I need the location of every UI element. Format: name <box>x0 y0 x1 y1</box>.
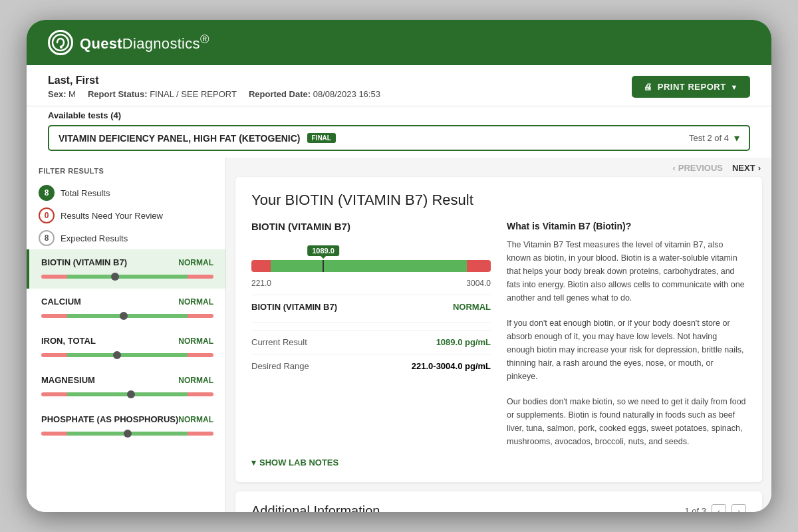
chart-bar: 1089.0 <box>251 260 491 272</box>
available-tests-label: Available tests (4) <box>48 110 750 120</box>
iron-bar <box>41 351 213 359</box>
biotin-status: NORMAL <box>178 258 213 267</box>
patient-name: Last, First <box>48 74 380 86</box>
result-right-panel: What is Vitamin B7 (Biotin)? The Vitamin… <box>507 221 746 448</box>
test-nav-right: Test 2 of 4 ▾ <box>689 132 739 144</box>
sidebar-item-magnesium[interactable]: MAGNESIUM NORMAL <box>27 367 225 406</box>
what-is-paragraph-3: Our bodies don't make biotin, so we need… <box>507 395 746 448</box>
expected-results-label: Expected Results <box>61 233 128 243</box>
analyte-name: BIOTIN (VITAMIN B7) <box>251 221 491 232</box>
chevron-down-icon: ▼ <box>731 83 738 91</box>
test-selector-left: VITAMIN DEFICIENCY PANEL, HIGH FAT (KETO… <box>59 133 336 144</box>
iron-name: Iron, Total <box>41 336 96 346</box>
page-next-button[interactable]: › <box>732 504 746 513</box>
chevron-down-icon: ▾ <box>734 132 739 144</box>
calcium-bar <box>41 312 213 320</box>
phosphate-name: PHOSPHATE (AS PHOSPHORUS) <box>41 414 178 424</box>
additional-info-title: Additional Information <box>251 503 380 512</box>
header: QuestDiagnostics® <box>27 20 771 65</box>
current-result-value: 1089.0 pg/mL <box>436 337 491 347</box>
magnesium-bar <box>41 390 213 398</box>
sidebar-item-biotin[interactable]: BIOTIN (VITAMIN B7) NORMAL <box>27 249 225 289</box>
analyte-status-value: NORMAL <box>453 302 491 312</box>
calcium-indicator <box>120 312 128 320</box>
biotin-bar <box>41 273 213 281</box>
iron-row: Iron, Total NORMAL <box>41 336 213 346</box>
page-nav: 1 of 3 ‹ › <box>684 504 746 513</box>
chart-indicator <box>323 260 324 272</box>
current-result-label: Current Result <box>251 337 307 347</box>
total-results-label: Total Results <box>61 188 110 198</box>
final-badge: FINAL <box>307 133 336 143</box>
review-results-label: Results Need Your Review <box>61 211 163 221</box>
biotin-name: BIOTIN (VITAMIN B7) <box>41 257 127 267</box>
result-chart: 1089.0 <box>251 241 491 272</box>
additional-info-card: Additional Information 1 of 3 ‹ › <box>235 491 762 512</box>
main-area: FILTER RESULTS 8 Total Results 0 Results… <box>27 158 771 512</box>
previous-button[interactable]: ‹ PREVIOUS <box>672 163 723 173</box>
phosphate-row: PHOSPHATE (AS PHOSPHORUS) NORMAL <box>41 414 213 424</box>
biotin-indicator <box>111 273 119 281</box>
result-card-title: Your BIOTIN (VITAMIN B7) Result <box>251 192 746 209</box>
reported-date-field: Reported Date: 08/08/2023 16:53 <box>249 89 380 99</box>
page-label: 1 of 3 <box>684 506 706 512</box>
filter-label: FILTER RESULTS <box>27 167 225 182</box>
test-position: Test 2 of 4 <box>689 133 729 143</box>
magnesium-name: MAGNESIUM <box>41 375 95 385</box>
what-is-title: What is Vitamin B7 (Biotin)? <box>507 221 746 231</box>
chevron-left-icon: ‹ <box>672 163 675 173</box>
logo-area: QuestDiagnostics® <box>48 30 209 55</box>
expected-results-badge: 8 <box>39 230 55 246</box>
chart-max-label: 3004.0 <box>466 279 491 288</box>
chart-range-labels: 221.0 3004.0 <box>251 279 491 288</box>
iron-status: NORMAL <box>178 336 213 346</box>
report-status-field: Report Status: FINAL / SEE REPORT <box>88 89 237 99</box>
chart-min-label: 221.0 <box>251 279 271 288</box>
current-result-row: Current Result 1089.0 pg/mL <box>251 330 491 354</box>
sex-field: Sex: M <box>48 89 76 99</box>
calcium-row: Calcium NORMAL <box>41 297 213 307</box>
phosphate-indicator <box>124 430 132 438</box>
analyte-normal-row: BIOTIN (VITAMIN B7) NORMAL <box>251 302 491 316</box>
printer-icon: 🖨 <box>644 82 653 92</box>
chevron-down-icon: ▾ <box>251 458 256 467</box>
total-results-badge: 8 <box>39 185 55 201</box>
patient-info: Last, First Sex: M Report Status: FINAL … <box>48 74 380 99</box>
sidebar-item-iron[interactable]: Iron, Total NORMAL <box>27 328 225 367</box>
filter-review-results[interactable]: 0 Results Need Your Review <box>27 204 225 227</box>
what-is-paragraph-1: The Vitamin B7 Test measures the level o… <box>507 238 746 305</box>
content-area: ‹ PREVIOUS NEXT › Your BIOTIN (VITAMIN B… <box>226 158 771 512</box>
sidebar-item-calcium[interactable]: Calcium NORMAL <box>27 289 225 328</box>
filter-expected-results[interactable]: 8 Expected Results <box>27 227 225 249</box>
test-name: VITAMIN DEFICIENCY PANEL, HIGH FAT (KETO… <box>59 133 301 144</box>
chevron-right-icon: › <box>758 163 761 173</box>
sidebar: FILTER RESULTS 8 Total Results 0 Results… <box>27 158 226 512</box>
filter-total-results[interactable]: 8 Total Results <box>27 182 225 204</box>
show-lab-notes-button[interactable]: ▾ SHOW LAB NOTES <box>251 458 746 467</box>
chart-value-bubble: 1089.0 <box>307 245 339 256</box>
desired-range-value: 221.0-3004.0 pg/mL <box>412 361 491 371</box>
desired-range-label: Desired Range <box>251 361 309 371</box>
biotin-row: BIOTIN (VITAMIN B7) NORMAL <box>41 257 213 267</box>
desired-range-row: Desired Range 221.0-3004.0 pg/mL <box>251 354 491 378</box>
sidebar-item-phosphate[interactable]: PHOSPHATE (AS PHOSPHORUS) NORMAL <box>27 406 225 446</box>
analyte-name-row: BIOTIN (VITAMIN B7) <box>251 302 337 312</box>
svg-point-1 <box>60 46 63 49</box>
calcium-name: Calcium <box>41 297 81 307</box>
magnesium-row: MAGNESIUM NORMAL <box>41 375 213 385</box>
result-card: Your BIOTIN (VITAMIN B7) Result BIOTIN (… <box>235 177 762 482</box>
print-report-button[interactable]: 🖨 PRINT REPORT ▼ <box>632 76 750 98</box>
patient-meta: Sex: M Report Status: FINAL / SEE REPORT… <box>48 89 380 99</box>
result-grid: BIOTIN (VITAMIN B7) 1089.0 221.0 3004.0 <box>251 221 746 448</box>
magnesium-status: NORMAL <box>178 376 213 385</box>
patient-bar: Last, First Sex: M Report Status: FINAL … <box>27 65 771 106</box>
page-prev-button[interactable]: ‹ <box>712 504 726 513</box>
result-left-panel: BIOTIN (VITAMIN B7) 1089.0 221.0 3004.0 <box>251 221 491 448</box>
prev-next-nav: ‹ PREVIOUS NEXT › <box>226 158 771 177</box>
tests-bar: Available tests (4) VITAMIN DEFICIENCY P… <box>27 106 771 158</box>
magnesium-indicator <box>127 390 135 398</box>
next-button[interactable]: NEXT › <box>732 163 761 173</box>
quest-logo-icon <box>48 30 73 55</box>
test-selector[interactable]: VITAMIN DEFICIENCY PANEL, HIGH FAT (KETO… <box>48 125 750 151</box>
review-results-badge: 0 <box>39 207 55 223</box>
